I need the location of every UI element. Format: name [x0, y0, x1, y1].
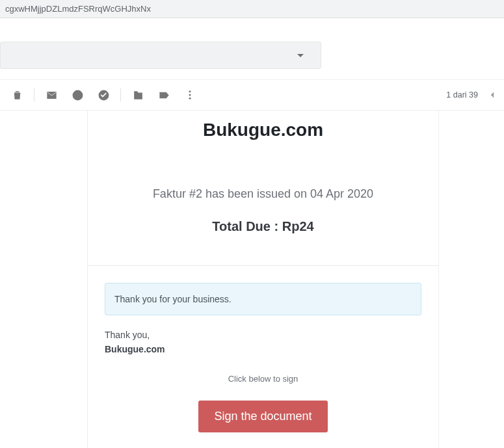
- separator: [120, 88, 121, 101]
- thank-you-box: Thank you for your business.: [105, 283, 421, 315]
- svg-point-1: [189, 94, 191, 96]
- toolbar-right: 1 dari 39: [446, 88, 500, 101]
- issued-line: Faktur #2 has been issued on 04 Apr 2020: [88, 187, 438, 201]
- toolbar-left: [4, 88, 203, 101]
- category-dropdown[interactable]: [0, 42, 321, 69]
- svg-point-0: [189, 90, 191, 92]
- email-body-panel: Bukugue.com Faktur #2 has been issued on…: [87, 111, 439, 448]
- total-due-label: Total Due :: [212, 219, 278, 233]
- signoff-text: Thank you,: [105, 330, 421, 340]
- label-icon[interactable]: [157, 88, 170, 101]
- clock-icon[interactable]: [71, 88, 84, 101]
- pagination-label: 1 dari 39: [446, 90, 478, 99]
- header-spacer: [0, 18, 504, 42]
- delete-icon[interactable]: [10, 88, 23, 101]
- signoff: Thank you, Bukugue.com: [105, 330, 421, 354]
- mail-icon[interactable]: [45, 88, 58, 101]
- more-vert-icon[interactable]: [183, 88, 196, 101]
- prev-button[interactable]: [486, 88, 499, 101]
- svg-point-2: [189, 98, 191, 99]
- total-due-value: Rp24: [282, 219, 314, 233]
- total-due: Total Due : Rp24: [88, 219, 438, 234]
- toolbar: 1 dari 39: [0, 79, 504, 111]
- click-below-text: Click below to sign: [88, 374, 438, 384]
- brand-title: Bukugue.com: [88, 120, 438, 140]
- chevron-down-icon: [297, 54, 304, 57]
- url-fragment: cgxwHMjjpDZLmdzFSRrqWcGHJhxNx: [0, 0, 504, 18]
- separator: [34, 88, 34, 101]
- signoff-brand: Bukugue.com: [105, 344, 421, 354]
- divider: [88, 265, 438, 266]
- sign-document-button[interactable]: Sign the document: [198, 401, 327, 432]
- folder-move-icon[interactable]: [131, 88, 144, 101]
- task-check-icon[interactable]: [97, 88, 110, 101]
